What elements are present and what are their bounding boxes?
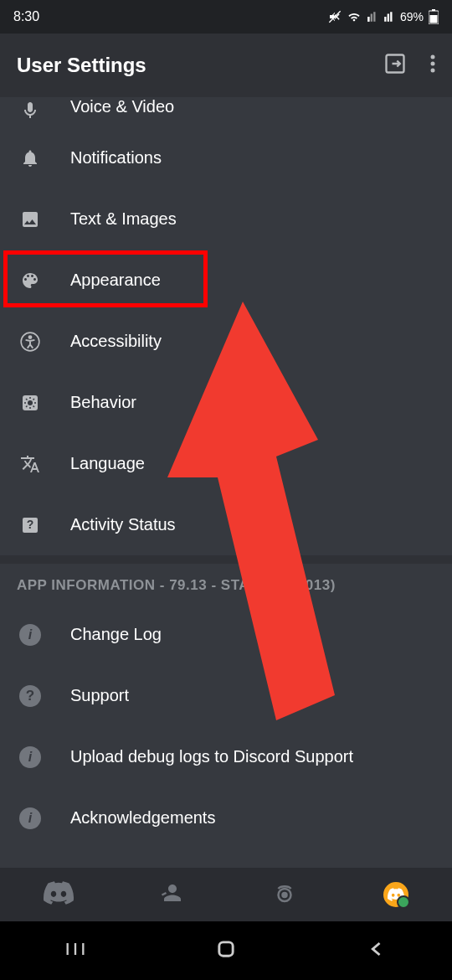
svg-point-6 <box>431 62 435 66</box>
svg-rect-3 <box>430 15 438 23</box>
wifi-icon <box>347 10 362 23</box>
gear-icon <box>17 389 44 416</box>
recent-apps-button[interactable] <box>64 937 87 964</box>
svg-point-5 <box>431 55 435 59</box>
settings-label: Behavior <box>70 393 136 412</box>
settings-label: Support <box>70 686 129 705</box>
dice-icon: ? <box>17 512 44 539</box>
settings-label: Accessibility <box>70 332 162 351</box>
battery-percent: 69% <box>400 10 424 23</box>
page-title: User Settings <box>17 54 146 77</box>
nav-search-icon[interactable] <box>272 880 297 909</box>
svg-point-11 <box>28 400 33 405</box>
svg-rect-20 <box>219 942 233 956</box>
settings-item-voice-video[interactable]: Voice & Video <box>0 97 452 127</box>
settings-item-language[interactable]: Language <box>0 433 452 494</box>
settings-header: User Settings <box>0 34 452 97</box>
section-divider <box>0 555 452 564</box>
translate-icon <box>17 451 44 477</box>
mic-icon <box>17 97 44 124</box>
settings-label: Text & Images <box>70 209 177 229</box>
svg-point-16 <box>282 893 286 897</box>
nav-friends-icon[interactable] <box>160 880 185 909</box>
settings-label: Acknowledgements <box>70 808 215 828</box>
info-icon: i <box>17 805 44 832</box>
back-button[interactable] <box>365 937 388 964</box>
settings-item-activity-status[interactable]: ? Activity Status <box>0 494 452 555</box>
image-icon <box>17 206 44 233</box>
status-time: 8:30 <box>13 9 39 24</box>
more-icon[interactable] <box>430 54 435 77</box>
info-icon: i <box>17 744 44 771</box>
system-nav <box>0 921 452 980</box>
home-button[interactable] <box>214 937 238 964</box>
signal-icon-1 <box>367 11 378 23</box>
settings-item-change-log[interactable]: i Change Log <box>0 604 452 665</box>
settings-label: Upload debug logs to Discord Support <box>70 747 353 766</box>
settings-label: Notifications <box>70 148 162 168</box>
battery-icon <box>429 9 439 24</box>
status-bar: 8:30 69% <box>0 0 452 34</box>
avatar <box>383 882 408 907</box>
settings-item-support[interactable]: ? Support <box>0 665 452 726</box>
settings-label: Voice & Video <box>70 97 174 116</box>
question-icon: ? <box>17 683 44 709</box>
settings-label: Activity Status <box>70 515 176 534</box>
exit-icon[interactable] <box>383 52 407 79</box>
svg-rect-2 <box>432 9 435 11</box>
settings-list: Voice & Video Notifications Text & Image… <box>0 97 452 868</box>
bell-icon <box>17 145 44 172</box>
svg-point-9 <box>28 335 31 338</box>
settings-item-text-images[interactable]: Text & Images <box>0 188 452 250</box>
settings-item-acknowledgements[interactable]: i Acknowledgements <box>0 787 452 848</box>
accessibility-icon <box>17 328 44 355</box>
nav-discord-icon[interactable] <box>44 881 74 908</box>
svg-point-7 <box>431 69 435 73</box>
settings-item-accessibility[interactable]: Accessibility <box>0 311 452 372</box>
settings-item-notifications[interactable]: Notifications <box>0 127 452 188</box>
signal-icon-2 <box>383 11 395 23</box>
status-icons: 69% <box>328 9 439 24</box>
mute-icon <box>328 10 342 23</box>
section-header-app-info: APP INFORMATION - 79.13 - STABLE (79013) <box>0 564 452 604</box>
settings-item-appearance[interactable]: Appearance <box>0 250 452 311</box>
settings-label: Appearance <box>70 271 161 290</box>
settings-item-behavior[interactable]: Behavior <box>0 372 452 433</box>
settings-item-upload-logs[interactable]: i Upload debug logs to Discord Support <box>0 726 452 787</box>
bottom-nav <box>0 868 452 921</box>
palette-icon <box>17 267 44 294</box>
settings-label: Change Log <box>70 625 162 644</box>
info-icon: i <box>17 622 44 648</box>
settings-label: Language <box>70 454 145 473</box>
nav-profile-icon[interactable] <box>383 882 408 907</box>
svg-text:?: ? <box>27 518 34 531</box>
